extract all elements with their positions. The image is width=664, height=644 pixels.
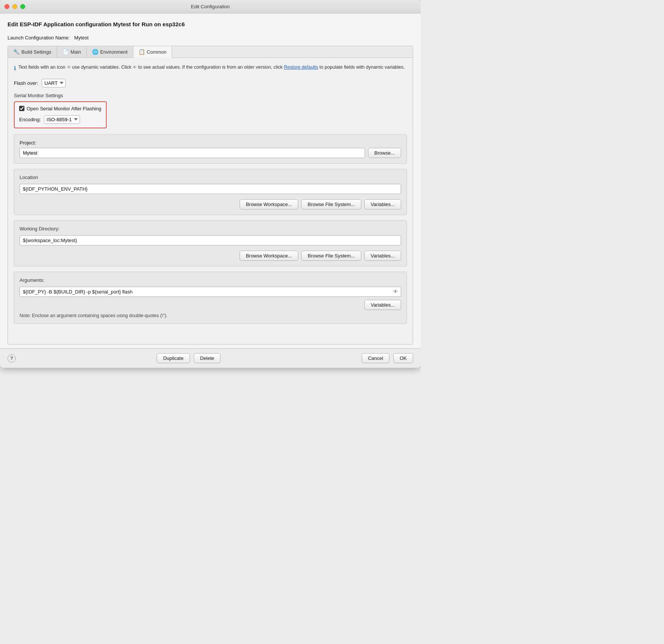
project-input[interactable]	[20, 148, 365, 158]
main-window: Edit Configuration Edit ESP-IDF Applicat…	[0, 0, 421, 368]
tab-main[interactable]: 📄 Main	[57, 46, 87, 57]
common-icon: 📋	[139, 49, 145, 55]
info-icon: ℹ	[14, 64, 16, 73]
info-bar: ℹ Text fields with an icon 👁 use dynamic…	[14, 64, 407, 73]
titlebar: Edit Configuration	[0, 0, 421, 14]
tab-build-settings-label: Build Settings	[21, 49, 51, 55]
tab-build-settings[interactable]: 🔧 Build Settings	[8, 46, 57, 57]
window-content: Edit ESP-IDF Application configuration M…	[0, 14, 421, 348]
minimize-button[interactable]	[12, 4, 17, 9]
encoding-select[interactable]: ISO-8859-1 UTF-8 ASCII	[44, 115, 80, 124]
duplicate-button[interactable]: Duplicate	[157, 353, 190, 363]
main-panel: ℹ Text fields with an icon 👁 use dynamic…	[8, 58, 413, 345]
working-directory-browse-workspace-button[interactable]: Browse Workspace...	[240, 251, 299, 261]
delete-button[interactable]: Delete	[194, 353, 221, 363]
location-buttons-row: Browse Workspace... Browse File System..…	[20, 199, 401, 209]
arguments-input[interactable]	[20, 287, 401, 297]
location-browse-workspace-button[interactable]: Browse Workspace...	[240, 199, 299, 209]
encoding-row: Encoding: ISO-8859-1 UTF-8 ASCII	[19, 115, 101, 124]
location-browse-filesystem-button[interactable]: Browse File System...	[301, 199, 361, 209]
build-settings-icon: 🔧	[13, 49, 20, 55]
footer-right: Cancel OK	[362, 353, 413, 363]
open-serial-monitor-row: Open Serial Monitor After Flashing	[19, 106, 101, 111]
cancel-button[interactable]: Cancel	[362, 353, 389, 363]
ok-button[interactable]: OK	[393, 353, 413, 363]
location-section: Location Browse Workspace... Browse File…	[14, 169, 407, 215]
traffic-lights	[5, 4, 25, 9]
help-button[interactable]: ?	[8, 354, 16, 363]
location-input[interactable]	[20, 184, 401, 194]
location-label: Location	[20, 175, 401, 180]
maximize-button[interactable]	[20, 4, 25, 9]
close-button[interactable]	[5, 4, 9, 9]
config-name-value: Mytest	[74, 35, 89, 41]
flash-over-row: Flash over: UART JTAG	[14, 79, 407, 87]
open-serial-monitor-label: Open Serial Monitor After Flashing	[27, 106, 101, 111]
arguments-eye-icon[interactable]: 👁	[393, 289, 398, 295]
footer-center: Duplicate Delete	[157, 353, 220, 363]
working-directory-label: Working Directory:	[20, 226, 401, 232]
project-browse-button[interactable]: Browse...	[368, 148, 401, 158]
serial-monitor-box: Open Serial Monitor After Flashing Encod…	[14, 101, 107, 128]
flash-over-select[interactable]: UART JTAG	[42, 79, 66, 87]
tab-environment[interactable]: 🌐 Environment	[87, 46, 133, 57]
config-name-row: Launch Configuration Name: Mytest	[8, 35, 413, 41]
project-input-row: Browse...	[20, 148, 401, 158]
page-title: Edit ESP-IDF Application configuration M…	[8, 21, 413, 27]
working-directory-variables-button[interactable]: Variables...	[364, 251, 401, 261]
working-directory-input[interactable]	[20, 235, 401, 245]
window-title: Edit Configuration	[191, 4, 229, 9]
footer-left: ?	[8, 354, 16, 363]
restore-defaults-link[interactable]: Restore defaults	[284, 65, 318, 70]
footer: ? Duplicate Delete Cancel OK	[0, 348, 421, 368]
tab-main-label: Main	[71, 49, 81, 55]
arguments-label: Arguments:	[20, 277, 401, 283]
main-icon: 📄	[62, 49, 69, 55]
tab-common-label: Common	[147, 49, 167, 55]
project-label: Project:	[20, 140, 401, 146]
environment-icon: 🌐	[92, 49, 98, 55]
open-serial-monitor-checkbox[interactable]	[19, 106, 24, 111]
arguments-input-wrapper: 👁	[20, 287, 401, 297]
tabs-bar: 🔧 Build Settings 📄 Main 🌐 Environment 📋 …	[8, 46, 413, 58]
arguments-section: Arguments: 👁 Variables... Note: Enclose …	[14, 272, 407, 324]
working-directory-buttons-row: Browse Workspace... Browse File System..…	[20, 251, 401, 261]
location-variables-button[interactable]: Variables...	[364, 199, 401, 209]
encoding-label: Encoding:	[19, 117, 41, 122]
arguments-note: Note: Enclose an argument containing spa…	[20, 313, 401, 318]
config-name-label: Launch Configuration Name:	[8, 35, 70, 41]
arguments-variables-button[interactable]: Variables...	[364, 300, 401, 310]
project-section: Project: Browse...	[14, 134, 407, 164]
serial-monitor-section-label: Serial Monitor Settings	[14, 93, 407, 98]
working-directory-browse-filesystem-button[interactable]: Browse File System...	[301, 251, 361, 261]
tab-environment-label: Environment	[100, 49, 128, 55]
arguments-buttons-row: Variables...	[20, 300, 401, 310]
working-directory-section: Working Directory: Browse Workspace... B…	[14, 220, 407, 266]
flash-over-label: Flash over:	[14, 80, 38, 86]
tab-common[interactable]: 📋 Common	[133, 46, 172, 58]
info-text: Text fields with an icon 👁 use dynamic v…	[18, 64, 405, 71]
